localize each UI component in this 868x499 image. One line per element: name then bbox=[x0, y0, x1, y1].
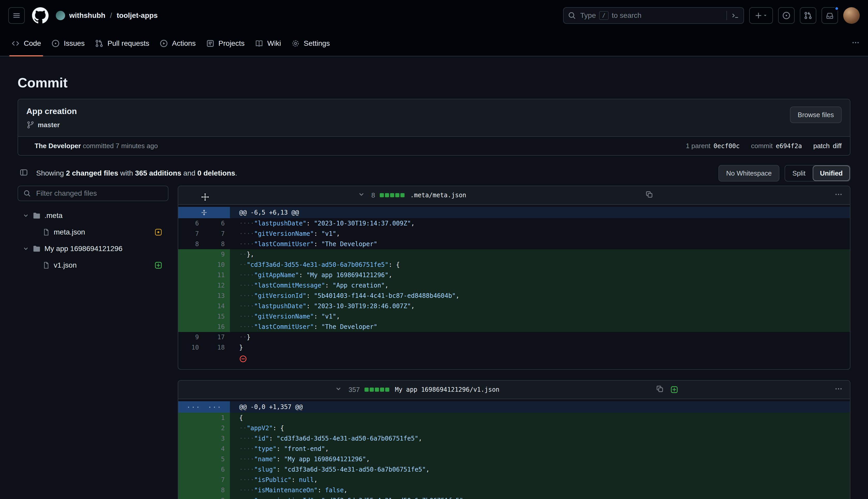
tree-folder-my-app[interactable]: My app 1698694121296 bbox=[17, 241, 168, 257]
line-number-old[interactable] bbox=[178, 311, 204, 321]
line-number-old[interactable]: 8 bbox=[178, 239, 204, 249]
line-number-old[interactable] bbox=[178, 495, 204, 499]
breadcrumb-owner[interactable]: withshubh bbox=[69, 11, 105, 20]
line-number-old[interactable] bbox=[178, 433, 204, 444]
line-number-new[interactable]: 3 bbox=[204, 433, 230, 444]
line-number-old[interactable] bbox=[178, 423, 204, 433]
line-number-new[interactable]: 15 bbox=[204, 311, 230, 321]
line-number-new[interactable]: 8 bbox=[204, 485, 230, 495]
commit-time: committed 7 minutes ago bbox=[83, 142, 158, 150]
unified-view-button[interactable]: Unified bbox=[813, 166, 850, 181]
no-whitespace-button[interactable]: No Whitespace bbox=[718, 165, 779, 182]
diff-stat-block bbox=[385, 388, 389, 392]
line-number-old[interactable] bbox=[178, 464, 204, 475]
line-number-new[interactable]: 5 bbox=[204, 454, 230, 464]
issues-header-button[interactable] bbox=[778, 7, 795, 24]
line-number-old[interactable] bbox=[178, 249, 204, 259]
branch-name[interactable]: master bbox=[38, 121, 60, 129]
commit-card: App creation master Browse files The Dev… bbox=[17, 99, 851, 156]
tree-file-v1-json[interactable]: v1.json bbox=[17, 257, 168, 273]
line-number-old[interactable] bbox=[178, 444, 204, 454]
repo-nav: Code Issues Pull requests Actions Projec… bbox=[0, 31, 868, 56]
line-number-old[interactable]: 10 bbox=[178, 342, 204, 353]
browse-files-button[interactable]: Browse files bbox=[790, 107, 842, 123]
code-line: ····"lastCommitUser": "The Developer" bbox=[230, 321, 850, 332]
line-number-new[interactable]: 9 bbox=[204, 249, 230, 259]
split-view-button[interactable]: Split bbox=[785, 166, 813, 181]
user-avatar[interactable] bbox=[843, 7, 860, 24]
commit-sha-link[interactable]: e694f2a bbox=[776, 143, 802, 150]
diff-line: 13····"gitVersionId": "5b401403-f144-4c4… bbox=[178, 291, 850, 301]
line-number-new[interactable]: 7 bbox=[204, 229, 230, 239]
line-number-old[interactable]: 7 bbox=[178, 229, 204, 239]
tab-code[interactable]: Code bbox=[6, 31, 46, 56]
line-number-old[interactable] bbox=[178, 485, 204, 495]
tree-item-label: meta.json bbox=[54, 228, 85, 236]
diff-link[interactable]: diff bbox=[833, 142, 842, 150]
expand-hunk-button[interactable] bbox=[178, 207, 230, 218]
line-number-new[interactable]: 7 bbox=[204, 475, 230, 485]
line-number-new[interactable]: 13 bbox=[204, 291, 230, 301]
github-logo-icon[interactable] bbox=[32, 7, 49, 24]
collapse-file-button[interactable] bbox=[333, 384, 344, 396]
search-placeholder-prefix: Type bbox=[580, 11, 596, 20]
line-number-old[interactable] bbox=[178, 259, 204, 270]
toggle-file-tree-button[interactable] bbox=[17, 166, 30, 181]
line-number-new[interactable]: 16 bbox=[204, 321, 230, 332]
tree-file-meta-json[interactable]: meta.json bbox=[17, 224, 168, 241]
code-line: ····"gitVersionName": "v1", bbox=[230, 229, 850, 239]
hamburger-menu-button[interactable] bbox=[8, 7, 25, 24]
line-number-old[interactable] bbox=[178, 301, 204, 311]
line-number-old[interactable] bbox=[178, 321, 204, 332]
line-number-old[interactable] bbox=[178, 413, 204, 423]
line-number-new[interactable]: 8 bbox=[204, 239, 230, 249]
collapse-file-button[interactable] bbox=[356, 189, 367, 202]
search-divider bbox=[727, 11, 727, 20]
line-number-old[interactable]: 6 bbox=[178, 218, 204, 229]
line-number-new[interactable]: 11 bbox=[204, 270, 230, 280]
line-number-new[interactable]: 12 bbox=[204, 280, 230, 291]
line-number-old[interactable] bbox=[178, 454, 204, 464]
nav-overflow-button[interactable] bbox=[850, 36, 862, 51]
line-number-old[interactable] bbox=[178, 291, 204, 301]
tab-pull-requests[interactable]: Pull requests bbox=[90, 31, 154, 56]
line-number-old[interactable] bbox=[178, 280, 204, 291]
patch-link[interactable]: patch bbox=[813, 142, 830, 150]
line-number-new[interactable]: 4 bbox=[204, 444, 230, 454]
filter-files-input[interactable] bbox=[35, 189, 163, 198]
line-number-new[interactable]: 1 bbox=[204, 413, 230, 423]
line-number-old[interactable] bbox=[178, 475, 204, 485]
line-number-new[interactable]: 6 bbox=[204, 218, 230, 229]
line-number-new[interactable]: 17 bbox=[204, 332, 230, 342]
file-options-button[interactable] bbox=[832, 188, 845, 203]
line-number-new[interactable]: 10 bbox=[204, 259, 230, 270]
parent-sha-link[interactable]: 0ecf00c bbox=[714, 143, 740, 150]
line-number-old[interactable] bbox=[178, 270, 204, 280]
line-number-new[interactable]: 6 bbox=[204, 464, 230, 475]
tab-projects[interactable]: Projects bbox=[201, 31, 250, 56]
tab-actions[interactable]: Actions bbox=[154, 31, 201, 56]
search-input[interactable]: Type / to search bbox=[563, 7, 744, 24]
command-palette-icon[interactable] bbox=[731, 11, 739, 20]
pull-requests-header-button[interactable] bbox=[800, 7, 816, 24]
filter-files-field[interactable] bbox=[17, 186, 168, 201]
tab-issues[interactable]: Issues bbox=[46, 31, 90, 56]
copy-file-path-button[interactable] bbox=[654, 383, 666, 397]
line-number-new[interactable]: 18 bbox=[204, 342, 230, 353]
expand-dots-icon[interactable]: ······ bbox=[178, 401, 230, 413]
tab-wiki[interactable]: Wiki bbox=[250, 31, 286, 56]
page-title: Commit bbox=[17, 75, 851, 90]
tab-label: Actions bbox=[172, 39, 196, 48]
line-number-new[interactable]: 2 bbox=[204, 423, 230, 433]
breadcrumb-repo[interactable]: tooljet-apps bbox=[117, 11, 158, 20]
file-options-button[interactable] bbox=[832, 383, 845, 397]
line-number-new[interactable]: 14 bbox=[204, 301, 230, 311]
inbox-button[interactable] bbox=[821, 7, 838, 24]
line-number-old[interactable]: 9 bbox=[178, 332, 204, 342]
tab-settings[interactable]: Settings bbox=[286, 31, 335, 56]
tree-folder-meta[interactable]: .meta bbox=[17, 207, 168, 224]
line-number-new[interactable]: 9 bbox=[204, 495, 230, 499]
copy-file-path-button[interactable] bbox=[643, 188, 655, 202]
commit-author[interactable]: The Developer bbox=[35, 142, 81, 150]
create-new-button[interactable] bbox=[749, 7, 773, 24]
